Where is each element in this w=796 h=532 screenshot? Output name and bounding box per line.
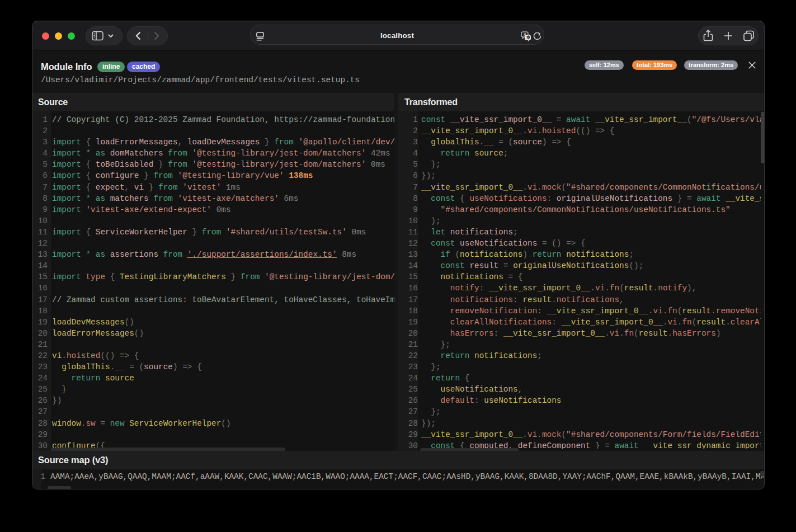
svg-text:✲: ✲ [526,35,531,40]
